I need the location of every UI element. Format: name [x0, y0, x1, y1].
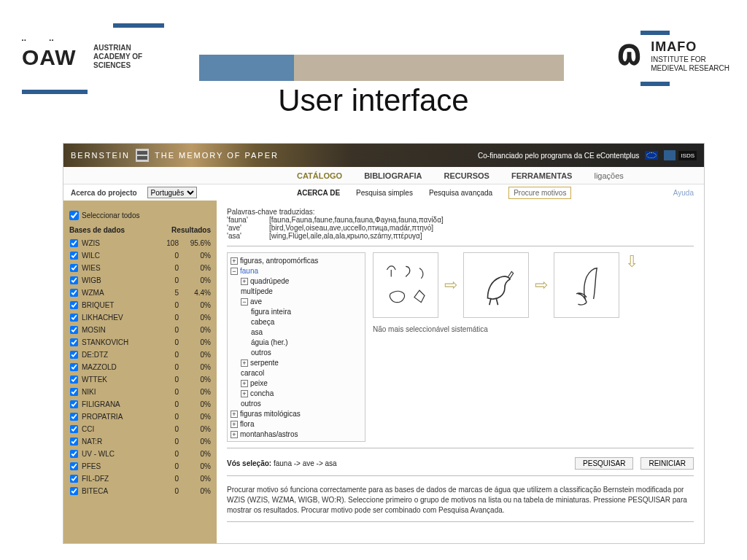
db-checkbox[interactable]	[70, 301, 78, 309]
db-percent: 0%	[182, 338, 211, 346]
db-count: 5	[155, 289, 179, 297]
bird-icon	[471, 260, 522, 311]
about-project-link[interactable]: Acerca do projecto	[71, 189, 137, 197]
db-checkbox[interactable]	[70, 326, 78, 334]
collapse-icon[interactable]: −	[231, 268, 238, 275]
db-percent: 0%	[182, 276, 211, 284]
select-all-checkbox[interactable]	[69, 211, 79, 220]
db-count: 0	[155, 301, 179, 309]
db-checkbox[interactable]	[70, 289, 78, 297]
nav-biblio[interactable]: BIBLIOGRAFIA	[364, 171, 422, 180]
db-name: NIKI	[82, 388, 152, 396]
translated-keywords: Palavras-chave traduzidas: 'fauna'[fauna…	[227, 208, 694, 240]
motif-tree[interactable]: +figuras, antropomórficas −fauna +quadrú…	[227, 252, 365, 442]
db-checkbox[interactable]	[70, 462, 78, 470]
db-count: 0	[155, 425, 179, 433]
nav-ferr[interactable]: FERRAMENTAS	[511, 171, 573, 180]
expand-icon[interactable]: +	[231, 431, 238, 438]
expand-icon[interactable]: +	[231, 411, 238, 418]
db-percent: 0%	[182, 376, 211, 384]
db-name: NAT:R	[82, 438, 152, 446]
db-checkbox[interactable]	[70, 425, 78, 433]
db-row: DE:DTZ00%	[69, 349, 211, 361]
tab-motifs[interactable]: Procure motivos	[508, 187, 571, 199]
keyword-row: 'asa'[wing,Flügel,aile,ala,ala,крыло,szá…	[227, 232, 694, 240]
db-name: STANKOVICH	[82, 338, 152, 346]
expand-icon[interactable]: +	[231, 421, 238, 428]
sponsor-isds: ISDS	[678, 151, 697, 160]
db-count: 0	[155, 487, 179, 495]
cofin-text: Co-financiado pelo programa da CE eConte…	[478, 152, 639, 160]
expand-icon[interactable]: +	[231, 441, 238, 442]
db-percent: 0%	[182, 438, 211, 446]
db-name: CCI	[82, 425, 152, 433]
db-checkbox[interactable]	[70, 252, 78, 260]
db-checkbox[interactable]	[70, 376, 78, 384]
db-checkbox[interactable]	[70, 400, 78, 408]
imafo-logo-icon: ɷ	[616, 35, 642, 70]
db-count: 0	[155, 475, 179, 483]
db-count: 0	[155, 363, 179, 371]
db-checkbox[interactable]	[70, 338, 78, 346]
db-checkbox[interactable]	[70, 239, 78, 247]
keyword-row: 'fauna'[fauna,Fauna,faune,fauna,fauna,Фа…	[227, 216, 694, 224]
db-checkbox[interactable]	[70, 450, 78, 458]
db-checkbox[interactable]	[70, 264, 78, 272]
db-count: 0	[155, 351, 179, 359]
db-sidebar: Seleccionar todos Bases de dados Resulta…	[63, 201, 217, 543]
motif-thumb[interactable]	[463, 252, 529, 318]
db-count: 108	[155, 239, 179, 247]
db-checkbox[interactable]	[70, 276, 78, 284]
slide-title: User interface	[0, 83, 747, 118]
expand-icon[interactable]: +	[241, 380, 248, 387]
collapse-icon[interactable]: −	[241, 298, 248, 306]
nav-catalogo[interactable]: CATÁLOGO	[297, 171, 342, 180]
db-name: WTTEK	[82, 376, 152, 384]
reset-button[interactable]: REINICIAR	[640, 457, 694, 470]
db-percent: 0%	[182, 314, 211, 322]
db-count: 0	[155, 314, 179, 322]
help-link[interactable]: Ayuda	[673, 189, 694, 197]
language-select[interactable]: Português	[147, 187, 197, 198]
motif-thumb[interactable]	[554, 252, 619, 318]
main-nav: CATÁLOGO BIBLIOGRAFIA RECURSOS FERRAMENT…	[63, 167, 704, 184]
tab-simple[interactable]: Pesquisa simples	[356, 189, 413, 197]
next-arrow-icon[interactable]: ⇨	[444, 276, 457, 295]
db-name: BITECA	[82, 487, 152, 495]
db-count: 0	[155, 326, 179, 334]
down-arrow-icon[interactable]: ⇩	[625, 252, 638, 271]
expand-icon[interactable]: +	[241, 278, 248, 285]
db-row: UV - WLC00%	[69, 448, 211, 460]
brand-icon	[136, 149, 149, 162]
db-checkbox[interactable]	[70, 475, 78, 483]
expand-icon[interactable]: +	[231, 257, 238, 265]
db-percent: 4.4%	[182, 289, 211, 297]
db-checkbox[interactable]	[70, 363, 78, 371]
select-all-label: Seleccionar todos	[82, 211, 140, 219]
tab-advanced[interactable]: Pesquisa avançada	[429, 189, 492, 197]
db-checkbox[interactable]	[70, 413, 78, 421]
db-name: FILIGRANA	[82, 400, 152, 408]
sponsor-icon	[664, 150, 676, 160]
db-count: 0	[155, 450, 179, 458]
tab-acerca[interactable]: ACERCA DE	[297, 189, 340, 197]
db-checkbox[interactable]	[70, 351, 78, 359]
nav-recursos[interactable]: RECURSOS	[444, 171, 489, 180]
db-checkbox[interactable]	[70, 438, 78, 446]
next-arrow-icon[interactable]: ⇨	[535, 276, 548, 295]
nav-ligacoes[interactable]: ligações	[594, 171, 623, 180]
db-row: STANKOVICH00%	[69, 336, 211, 349]
db-percent: 0%	[182, 264, 211, 272]
motif-thumb[interactable]	[373, 252, 438, 318]
oaw-logo: ¨ ¨ OAW	[22, 45, 77, 70]
db-row: BITECA00%	[69, 485, 211, 497]
brand-name: BERNSTEIN	[71, 151, 130, 160]
db-checkbox[interactable]	[70, 388, 78, 396]
db-percent: 0%	[182, 413, 211, 421]
db-row: LIKHACHEV00%	[69, 311, 211, 324]
expand-icon[interactable]: +	[241, 390, 248, 397]
expand-icon[interactable]: +	[241, 359, 248, 367]
search-button[interactable]: PESQUISAR	[575, 457, 633, 470]
db-checkbox[interactable]	[70, 314, 78, 322]
db-checkbox[interactable]	[70, 487, 78, 495]
